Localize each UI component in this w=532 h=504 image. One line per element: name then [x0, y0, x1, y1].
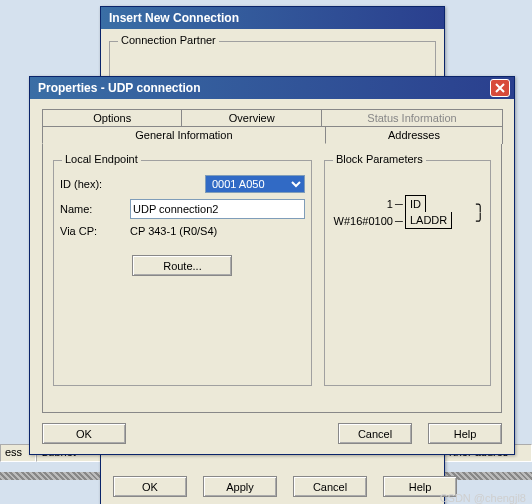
label-id: ID (hex): [60, 178, 130, 190]
watermark: CSDN @chengjl8 [440, 492, 526, 504]
cancel-button[interactable]: Cancel [338, 423, 412, 444]
titlebar-front: Properties - UDP connection [30, 77, 514, 99]
help-button[interactable]: Help [428, 423, 502, 444]
back-ok-button[interactable]: OK [113, 476, 187, 497]
viacp-value: CP 343-1 (R0/S4) [130, 225, 217, 237]
tabpanel-general: Local Endpoint ID (hex): 0001 A050 Name: [42, 143, 502, 413]
back-cancel-button[interactable]: Cancel [293, 476, 367, 497]
label-name: Name: [60, 203, 130, 215]
window-properties-udp: Properties - UDP connection Options Over… [29, 76, 515, 455]
titlebar-back: Insert New Connection [101, 7, 444, 29]
blk-laddr-lbl: LADDR [405, 212, 452, 229]
title-front: Properties - UDP connection [38, 81, 200, 95]
id-select[interactable]: 0001 A050 [205, 175, 305, 193]
label-viacp: Via CP: [60, 225, 130, 237]
block-diagram: 1 ─ ID ╮ W#16#0100 ─ LADDR ╯ [331, 195, 484, 229]
tab-status-info: Status Information [321, 109, 503, 126]
route-button[interactable]: Route... [132, 255, 232, 276]
close-icon[interactable] [490, 79, 510, 97]
tab-overview[interactable]: Overview [181, 109, 321, 126]
back-apply-button[interactable]: Apply [203, 476, 277, 497]
blk-id-val: 1 [331, 196, 393, 212]
blk-laddr-val: W#16#0100 [331, 213, 393, 229]
name-input[interactable] [130, 199, 305, 219]
tab-general-info[interactable]: General Information [42, 126, 326, 144]
ok-button[interactable]: OK [42, 423, 126, 444]
tab-addresses[interactable]: Addresses [325, 126, 503, 144]
group-local-endpoint: Local Endpoint [62, 153, 141, 165]
title-back: Insert New Connection [109, 11, 239, 25]
tab-options[interactable]: Options [42, 109, 182, 126]
blk-id-lbl: ID [405, 195, 426, 212]
group-conn-partner: Connection Partner [118, 34, 219, 46]
group-block-params: Block Parameters [333, 153, 426, 165]
